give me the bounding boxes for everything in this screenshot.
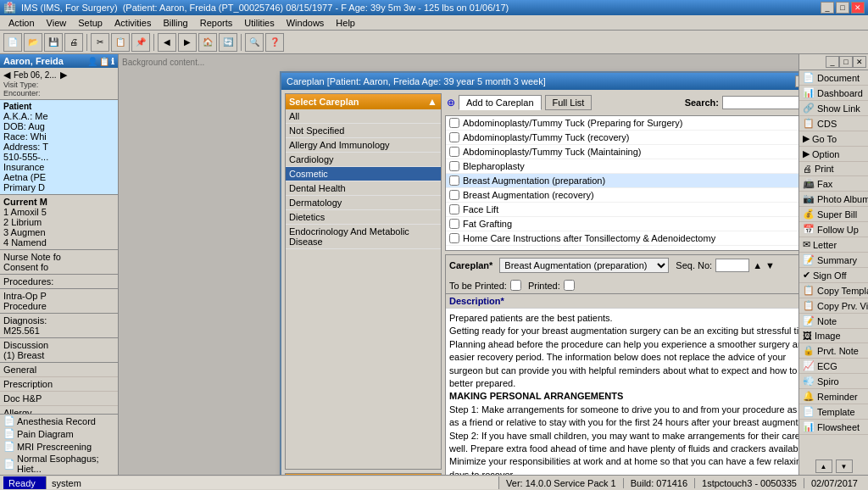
right-print[interactable]: 🖨 Print [799,162,868,176]
menu-utilities[interactable]: Utilities [239,17,279,29]
right-scroll-down[interactable]: ▼ [836,459,853,473]
sidebar-icon-1[interactable]: 👤 [87,57,97,66]
right-sidebar-minimize[interactable]: _ [826,56,839,68]
maximize-button[interactable]: □ [836,2,849,14]
toolbar-print[interactable]: 🖨 [64,33,83,52]
printed-checkbox[interactable] [564,280,575,291]
right-scroll-up[interactable]: ▲ [815,459,832,473]
sidebar-icon-3[interactable]: ℹ [111,57,114,66]
seq-no-up[interactable]: ▲ [753,260,762,270]
seq-no-input[interactable] [715,259,749,272]
menu-setup[interactable]: Setup [73,17,108,29]
sidebar-item-allergy[interactable]: Allergy [0,406,118,414]
item-checkbox-6[interactable] [449,190,459,200]
item-abdominoplasty-maintaining[interactable]: Abdominoplasty/Tummy Tuck (Maintaining) [446,145,798,159]
toolbar-copy[interactable]: 📋 [111,33,130,52]
menu-view[interactable]: View [42,17,72,29]
careplan-cat-cosmetic[interactable]: Cosmetic [286,167,441,181]
right-copy-template[interactable]: 📋 Copy Template [799,283,868,298]
toolbar-help[interactable]: ❓ [265,33,284,52]
menu-action[interactable]: Action [3,17,40,29]
select-careplan-scroll-up[interactable]: ▲ [427,96,437,108]
menu-windows[interactable]: Windows [281,17,330,29]
right-ecg[interactable]: 📈 ECG [799,359,868,374]
menu-help[interactable]: Help [331,17,360,29]
sidebar-item-general[interactable]: General [0,363,118,377]
right-flowsheet[interactable]: 📊 Flowsheet [799,420,868,435]
right-option[interactable]: ▶ Option [799,147,868,162]
careplan-cat-all[interactable]: All [286,109,441,124]
toolbar-paste[interactable]: 📌 [131,33,150,52]
item-face-lift[interactable]: Face Lift [446,203,798,217]
careplan-cat-not-specified[interactable]: Not Specified [286,124,441,138]
right-cds[interactable]: 📋 CDS [799,116,868,131]
right-summary[interactable]: 📝 Summary [799,253,868,268]
tab-full-list[interactable]: Full List [545,95,593,110]
item-checkbox-7[interactable] [449,204,459,214]
item-blepharoplasty[interactable]: Blepharoplasty [446,159,798,174]
toolbar-new[interactable]: 📄 [3,33,22,52]
to-be-printed-checkbox[interactable] [510,280,521,291]
sidebar-icon-2[interactable]: 📋 [99,57,109,66]
right-note[interactable]: 📝 Note [799,314,868,329]
item-checkbox-9[interactable] [449,233,459,243]
menu-reports[interactable]: Reports [195,17,238,29]
toolbar-cut[interactable]: ✂ [91,33,109,52]
sidebar-pain-diagram[interactable]: 📄Pain Diagram [0,427,118,440]
sidebar-anesthesia-record[interactable]: 📄Anesthesia Record [0,415,118,427]
item-breast-aug-recovery[interactable]: Breast Augmentation (recovery) [446,188,798,203]
close-button[interactable]: ✕ [851,2,865,14]
item-checkbox-4[interactable] [449,161,459,171]
right-fax[interactable]: 📠 Fax [799,176,868,192]
right-dashboard[interactable]: 📊 Dashboard [799,86,868,101]
right-document[interactable]: 📄 Document [799,70,868,86]
careplan-cat-dermatology[interactable]: Dermatology [286,196,441,210]
toolbar-forward[interactable]: ▶ [178,33,197,52]
sidebar-normal-esophagus[interactable]: 📄Normal Esophagus; Hiet... [0,453,118,475]
item-abdominoplasty-recovery[interactable]: Abdominoplasty/Tummy Tuck (recovery) [446,131,798,145]
careplan-select[interactable]: Breast Augmentation (preparation) [499,258,669,273]
item-abdominoplasty-prep[interactable]: Abdominoplasty/Tummy Tuck (Preparing for… [446,116,798,131]
right-letter[interactable]: ✉ Letter [799,237,868,253]
toolbar-home[interactable]: 🏠 [198,33,217,52]
careplan-cat-dental[interactable]: Dental Health [286,181,441,196]
toolbar-open[interactable]: 📂 [24,33,42,52]
tab-add-to-careplan[interactable]: Add to Careplan [459,95,542,110]
modal-help-button[interactable]: ? [795,75,798,87]
right-super-bill[interactable]: 💰 Super Bill [799,207,868,222]
item-checkbox-5[interactable] [449,175,459,186]
seq-no-down[interactable]: ▼ [765,260,775,270]
right-follow-up[interactable]: 📅 Follow Up [799,222,868,237]
right-reminder[interactable]: 🔔 Reminder [799,389,868,404]
item-checkbox-2[interactable] [449,132,459,142]
item-checkbox-1[interactable] [449,118,459,128]
toolbar-refresh[interactable]: 🔄 [219,33,237,52]
toolbar-back[interactable]: ◀ [158,33,176,52]
right-spiro[interactable]: 💨 Spiro [799,374,868,389]
right-photo-album[interactable]: 📷 Photo Album [799,192,868,207]
menu-activities[interactable]: Activities [109,17,156,29]
right-image[interactable]: 🖼 Image [799,329,868,343]
menu-billing[interactable]: Billing [158,17,192,29]
item-checkbox-3[interactable] [449,147,459,157]
careplan-cat-dietetics[interactable]: Dietetics [286,210,441,225]
item-fat-grafting[interactable]: Fat Grafting [446,217,798,231]
toolbar-search[interactable]: 🔍 [245,33,264,52]
careplan-cat-allergy[interactable]: Allergy And Immunology [286,138,441,153]
sidebar-item-dochp[interactable]: Doc H&P [0,392,118,406]
right-goto[interactable]: ▶ Go To [799,131,868,147]
right-prvt-note[interactable]: 🔒 Prvt. Note [799,343,868,359]
minimize-button[interactable]: _ [821,2,834,14]
careplan-cat-cardiology[interactable]: Cardiology [286,153,441,167]
right-show-link[interactable]: 🔗 Show Link [799,101,868,116]
right-sign-off[interactable]: ✔ Sign Off [799,268,868,283]
careplan-cat-endocrinology[interactable]: Endocrinology And Metabolic Disease [286,225,441,249]
sidebar-mri[interactable]: 📄MRI Prescreening [0,440,118,453]
right-sidebar-close[interactable]: ✕ [853,56,866,68]
item-checkbox-8[interactable] [449,219,459,229]
right-copy-prv-visit[interactable]: 📋 Copy Prv. Visit [799,298,868,314]
sidebar-item-prescription[interactable]: Prescription [0,377,118,392]
item-home-care[interactable]: Home Care Instructions after Tonsillecto… [446,231,798,246]
right-template[interactable]: 📄 Template [799,404,868,420]
right-sidebar-maximize[interactable]: □ [839,56,853,68]
